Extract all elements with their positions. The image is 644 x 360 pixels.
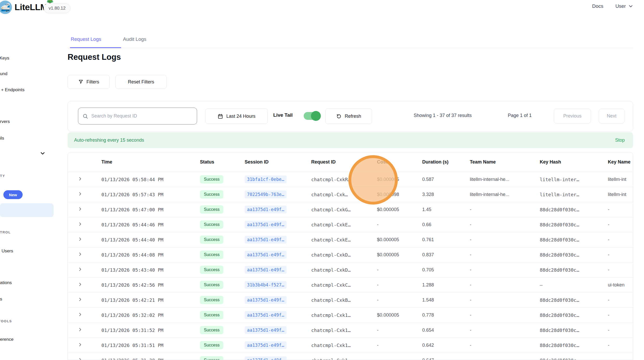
cell-key-hash: 88dc28d0f030c… — [540, 292, 608, 307]
expand-row-button[interactable] — [78, 237, 82, 241]
session-id-link[interactable]: aa1375d1-e49f… — [245, 311, 287, 319]
session-id-link[interactable]: aa1375d1-e49f… — [245, 221, 287, 228]
table-row[interactable]: 01/13/2026 05:44:08 PMSuccessaa1375d1-e4… — [68, 247, 633, 262]
table-row[interactable]: 01/13/2026 05:42:21 PMSuccessaa1375d1-e4… — [68, 292, 633, 307]
cell-cost: $0.000098 — [377, 187, 422, 202]
live-tail-toggle[interactable] — [304, 112, 320, 120]
sidebar-item-mcp-servers[interactable]: rvers — [0, 119, 10, 124]
chevron-right-icon — [78, 207, 82, 211]
session-id-link[interactable]: aa1375d1-e49f… — [245, 326, 287, 334]
cell-cost: - — [377, 277, 422, 292]
next-page-button[interactable]: Next — [599, 109, 625, 123]
user-menu-label: User — [615, 3, 626, 9]
user-menu[interactable]: User — [615, 3, 634, 9]
filters-button[interactable]: Filters — [68, 75, 110, 89]
expand-row-button[interactable] — [78, 192, 82, 196]
docs-link[interactable]: Docs — [592, 3, 603, 9]
time-range-button[interactable]: Last 24 Hours — [205, 108, 268, 124]
table-row[interactable]: 01/13/2026 05:44:40 PMSuccessaa1375d1-e4… — [68, 232, 633, 247]
cell-time: 01/13/2026 05:47:00 PM — [101, 202, 200, 217]
table-row[interactable]: 01/13/2026 05:31:51 PMSuccessaa1375d1-e4… — [68, 338, 633, 353]
sidebar-item-teams[interactable]: s — [0, 297, 2, 302]
expand-row-button[interactable] — [78, 357, 82, 360]
train-emoji: 🚅 — [0, 3, 10, 12]
expand-row-button[interactable] — [78, 312, 82, 317]
cell-duration: 0.654 — [422, 323, 470, 338]
cell-session-id: aa1375d1-e49f… — [245, 202, 311, 217]
sidebar-item-virtual-keys[interactable]: Keys — [0, 56, 9, 61]
column-header-status: Status — [200, 152, 245, 172]
tab-request-logs[interactable]: Request Logs — [71, 36, 101, 42]
chevron-right-icon — [78, 252, 82, 257]
column-header-key-hash: Key Hash — [540, 152, 608, 172]
tab-audit-logs[interactable]: Audit Logs — [123, 36, 146, 42]
table-row[interactable]: 01/13/2026 05:57:43 PMSuccess7022549b-76… — [68, 187, 633, 202]
table-row[interactable]: 01/13/2026 05:44:46 PMSuccessaa1375d1-e4… — [68, 217, 633, 232]
session-id-link[interactable]: 31b3b4b4-f527… — [245, 281, 287, 289]
cell-status: Success — [200, 172, 245, 187]
sidebar-item-playground[interactable]: und — [0, 71, 7, 76]
cell-cost: - — [377, 353, 422, 360]
session-id-link[interactable]: aa1375d1-e49f… — [245, 296, 287, 304]
cell-status: Success — [200, 292, 245, 307]
sidebar-item-models-endpoints[interactable]: + Endpoints — [1, 87, 24, 93]
expand-row-button[interactable] — [78, 222, 82, 226]
cell-session-id: aa1375d1-e49f… — [245, 307, 311, 323]
session-id-link[interactable]: aa1375d1-e49f… — [245, 356, 287, 360]
sidebar-item-organizations[interactable]: ations — [0, 280, 12, 285]
session-id-link[interactable]: aa1375d1-e49f… — [245, 266, 287, 274]
litellm-admin-app: 🚅 LiteLLM 🎄 v1.80.12 Docs User Keys und … — [0, 0, 644, 360]
refresh-button[interactable]: Refresh — [325, 108, 372, 124]
cell-time: 01/13/2026 05:31:52 PM — [101, 323, 200, 338]
cell-cost: $0.000005 — [377, 247, 422, 262]
expand-row-button[interactable] — [78, 176, 82, 181]
expand-row-button[interactable] — [78, 282, 82, 287]
stop-auto-refresh-link[interactable]: Stop — [615, 138, 625, 143]
cell-time: 01/13/2026 05:58:44 PM — [101, 172, 200, 187]
table-row[interactable]: 01/13/2026 05:58:44 PMSuccess31bfa1cf-0e… — [68, 172, 633, 187]
expand-row-button[interactable] — [78, 342, 82, 347]
table-row[interactable]: 01/13/2026 05:31:38 PMSuccessaa1375d1-e4… — [68, 353, 633, 360]
sidebar-item-logs-active[interactable] — [0, 203, 54, 217]
session-id-link[interactable]: aa1375d1-e49f… — [245, 251, 287, 259]
session-id-link[interactable]: aa1375d1-e49f… — [245, 236, 287, 244]
expand-row-button[interactable] — [78, 297, 82, 302]
cell-team-name: - — [470, 217, 540, 232]
sidebar-new-badge[interactable]: New — [3, 190, 23, 199]
cell-time: 01/13/2026 05:42:56 PM — [101, 277, 200, 292]
cell-request-id: chatcmpl-Cxk1… — [311, 323, 377, 338]
table-row[interactable]: 01/13/2026 05:31:52 PMSuccessaa1375d1-e4… — [68, 323, 633, 338]
table-row[interactable]: 01/13/2026 05:43:40 PMSuccessaa1375d1-e4… — [68, 262, 633, 277]
cell-time: 01/13/2026 05:43:40 PM — [101, 262, 200, 277]
reset-filters-button[interactable]: Reset Filters — [115, 75, 167, 89]
session-id-link[interactable]: 7022549b-763e… — [245, 191, 287, 198]
sidebar-section-observability: TY — [0, 174, 5, 178]
cell-cost: $0.000005 — [377, 202, 422, 217]
table-row[interactable]: 01/13/2026 05:47:00 PMSuccessaa1375d1-e4… — [68, 202, 633, 217]
session-id-link[interactable]: 31bfa1cf-0ebe… — [245, 175, 287, 183]
request-id-search[interactable] — [78, 108, 197, 125]
expand-row-button[interactable] — [78, 207, 82, 211]
expand-row-button[interactable] — [78, 327, 82, 332]
table-row[interactable]: 01/13/2026 05:42:56 PMSuccess31b3b4b4-f5… — [68, 277, 633, 292]
expand-row-button[interactable] — [78, 252, 82, 257]
cell-session-id: aa1375d1-e49f… — [245, 217, 311, 232]
sidebar-collapse-chevron[interactable] — [39, 150, 47, 156]
previous-page-button[interactable]: Previous — [554, 109, 591, 123]
sidebar-item-internal-users[interactable]: Users — [2, 248, 13, 254]
session-id-link[interactable]: aa1375d1-e49f… — [245, 341, 287, 349]
status-badge: Success — [200, 326, 223, 334]
search-input[interactable] — [91, 113, 193, 119]
chevron-right-icon — [78, 222, 82, 226]
expand-row-button[interactable] — [78, 267, 82, 272]
chevron-right-icon — [78, 312, 82, 317]
cell-status: Success — [200, 338, 245, 353]
cell-status: Success — [200, 202, 245, 217]
session-id-link[interactable]: aa1375d1-e49f… — [245, 206, 287, 213]
sidebar-item-api-reference[interactable]: erence — [0, 337, 14, 342]
cell-request-id: chatcmpl-CxkE… — [311, 232, 377, 247]
table-row[interactable]: 01/13/2026 05:32:02 PMSuccessaa1375d1-e4… — [68, 307, 633, 323]
sidebar-item-guardrails[interactable]: ils — [0, 136, 4, 141]
cell-request-id: chatcmpl-CxkB… — [311, 292, 377, 307]
cell-status: Success — [200, 262, 245, 277]
